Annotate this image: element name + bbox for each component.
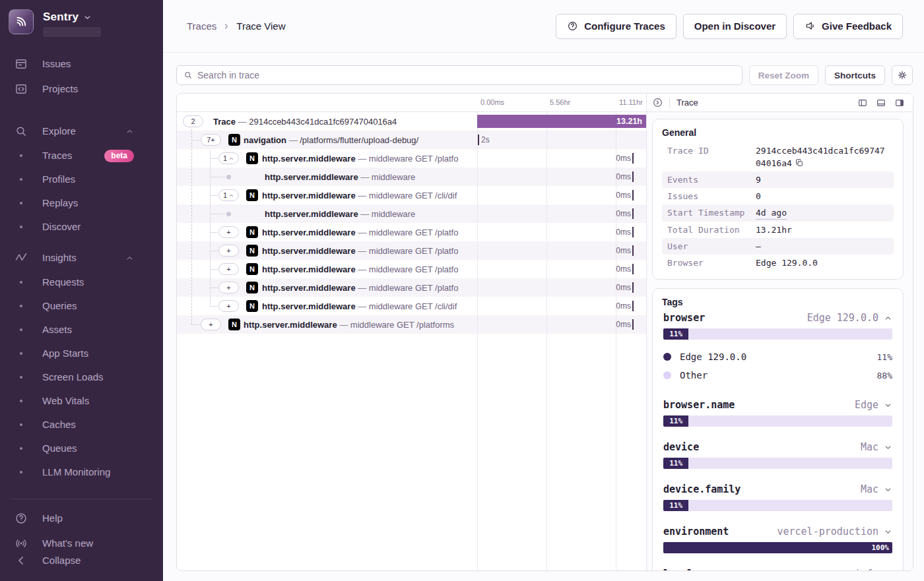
sidebar-item-assets[interactable]: Assets — [0, 318, 163, 342]
trace-row[interactable]: +Nhttp.server.middleware — middleware GE… — [177, 223, 646, 241]
settings-button[interactable] — [892, 65, 913, 85]
question-circle-icon — [567, 20, 578, 32]
tag-environment: environmentvercel-production 100% — [663, 526, 892, 553]
expand-chip[interactable]: + — [218, 282, 239, 293]
trace-row[interactable]: http.server.middleware — middleware0ms — [177, 204, 646, 223]
general-row-total-duration: Total Duration13.21hr — [662, 222, 894, 238]
tag-header-browser[interactable]: browserEdge 129.0.0 — [663, 312, 892, 324]
sidebar-item-profiles[interactable]: Profiles — [0, 168, 163, 191]
span-bar — [632, 245, 634, 256]
tag-distribution-bar: 11% — [663, 458, 892, 469]
general-row-start-timestamp: Start Timestamp4d ago — [662, 204, 894, 222]
sidebar-item-discover[interactable]: Discover — [0, 215, 163, 239]
configure-traces-button[interactable]: Configure Traces — [556, 14, 676, 39]
trace-tree-pane: 0.00ms 5.56hr 11.11hr 2Trace — 2914cceb4… — [177, 94, 646, 570]
trace-row[interactable]: +Nhttp.server.middleware — middleware GE… — [177, 260, 646, 278]
insights-icon — [15, 251, 28, 264]
projects-icon — [15, 82, 28, 96]
tag-header-level[interactable]: levelinfo — [663, 568, 892, 570]
trace-row[interactable]: 2Trace — 2914cceb443c41dca1fc6974704016a… — [177, 112, 646, 131]
tag-distribution-bar: 11% — [663, 415, 892, 427]
trace-row[interactable]: 1Nhttp.server.middleware — middleware GE… — [177, 186, 646, 204]
org-switcher[interactable]: Sentry — [0, 0, 163, 37]
chevron-up — [125, 127, 134, 136]
collapse-label: Collapse — [42, 553, 81, 568]
sidebar-item-app-starts[interactable]: App Starts — [0, 342, 163, 365]
expand-chip[interactable]: 2 — [183, 115, 203, 127]
span-bar — [478, 135, 479, 145]
sidebar-item-replays[interactable]: Replays — [0, 191, 163, 215]
trace-row[interactable]: +Nhttp.server.middleware — middleware GE… — [177, 241, 646, 260]
expand-chip[interactable]: 7+ — [201, 134, 221, 146]
topbar-actions: Configure TracesOpen in DiscoverGive Fee… — [556, 14, 903, 39]
expand-chip[interactable]: + — [218, 245, 239, 257]
sentry-logo-icon — [9, 9, 34, 34]
general-row-events: Events9 — [662, 171, 894, 188]
sidebar-item-requests[interactable]: Requests — [0, 270, 163, 294]
sidebar-item-llm-monitoring[interactable]: LLM Monitoring — [0, 460, 163, 484]
sidebar-item-screen-loads[interactable]: Screen Loads — [0, 365, 163, 389]
chevron-up-icon — [228, 156, 234, 162]
copy-icon[interactable] — [795, 158, 804, 168]
tag-header-device[interactable]: deviceMac — [663, 441, 892, 453]
expand-chip[interactable]: + — [218, 263, 239, 275]
org-name: Sentry — [43, 11, 79, 24]
general-card: General Trace ID2914cceb443c41dca1fc6974… — [652, 119, 904, 280]
issues-icon — [15, 57, 28, 71]
expand-chip[interactable]: + — [218, 226, 239, 238]
nextjs-icon: N — [246, 189, 258, 201]
panel-right-icon[interactable] — [894, 98, 905, 108]
tag-header-environment[interactable]: environmentvercel-production — [663, 526, 892, 537]
sidebar-item-queues[interactable]: Queues — [0, 437, 163, 460]
reset-zoom-button[interactable]: Reset Zoom — [749, 65, 818, 85]
sidebar-item-queries[interactable]: Queries — [0, 294, 163, 318]
trace-row[interactable]: +Nhttp.server.middleware — middleware GE… — [177, 315, 646, 334]
trace-row[interactable]: 7+Nnavigation — /platforms/flutter/uploa… — [177, 131, 646, 149]
layout-switcher — [857, 98, 905, 108]
tag-header-browser-name[interactable]: browser.nameEdge — [663, 399, 892, 411]
breadcrumb: Traces Trace View — [187, 20, 286, 32]
trace-toolbar: Reset Zoom Shortcuts — [163, 53, 924, 93]
tick-label: 0.00ms — [480, 98, 504, 106]
sidebar-item-caches[interactable]: Caches — [0, 413, 163, 437]
details-body: General Trace ID2914cceb443c41dca1fc6974… — [647, 112, 913, 570]
shortcuts-button[interactable]: Shortcuts — [825, 65, 885, 85]
search-input[interactable] — [197, 70, 735, 80]
chevron-left-icon — [15, 554, 28, 567]
expand-chip[interactable]: 1 — [218, 152, 239, 164]
sidebar-section-explore[interactable]: Explore — [0, 119, 163, 144]
tag-browser-name: browser.nameEdge 11% — [663, 399, 892, 427]
sidebar-item-traces[interactable]: Tracesbeta — [0, 144, 163, 168]
open-in-discover-button[interactable]: Open in Discover — [683, 14, 787, 39]
expand-chip[interactable]: 1 — [218, 189, 239, 201]
trace-waterfall-container: 0.00ms 5.56hr 11.11hr 2Trace — 2914cceb4… — [176, 93, 913, 571]
panel-left-icon[interactable] — [857, 98, 868, 108]
nextjs-icon: N — [246, 282, 258, 293]
tag-device: deviceMac 11% — [663, 441, 892, 469]
chevron-right-circle-icon[interactable] — [652, 97, 663, 108]
sidebar-item-issues[interactable]: Issues — [0, 51, 163, 76]
legend-dot — [663, 371, 671, 379]
sidebar-item-help[interactable]: Help — [11, 506, 152, 531]
tag-header-device-family[interactable]: device.familyMac — [663, 483, 892, 495]
panel-bottom-icon[interactable] — [876, 98, 886, 108]
sidebar: Sentry IssuesProjectsExploreTracesbetaPr… — [0, 0, 163, 581]
sidebar-item-projects[interactable]: Projects — [0, 76, 163, 102]
sidebar-item-web-vitals[interactable]: Web Vitals — [0, 389, 163, 413]
trace-rows: 2Trace — 2914cceb443c41dca1fc6974704016a… — [177, 112, 646, 334]
expand-chip[interactable]: + — [218, 300, 239, 312]
trace-row[interactable]: +Nhttp.server.middleware — middleware GE… — [177, 278, 646, 297]
trace-row[interactable]: 1Nhttp.server.middleware — middleware GE… — [177, 149, 646, 168]
breadcrumb-traces[interactable]: Traces — [187, 20, 216, 32]
expand-chip[interactable]: + — [201, 319, 221, 330]
span-bar — [632, 227, 634, 237]
nextjs-icon: N — [246, 226, 258, 238]
legend-dot — [663, 353, 671, 361]
trace-row[interactable]: http.server.middleware — middleware0ms — [177, 168, 646, 186]
tag-browser: browserEdge 129.0.0 11% Edge 129.0.011%O… — [663, 312, 892, 384]
collapse-button[interactable]: Collapse — [0, 548, 163, 573]
search-icon — [15, 125, 28, 138]
trace-row[interactable]: +Nhttp.server.middleware — middleware GE… — [177, 297, 646, 315]
sidebar-section-insights[interactable]: Insights — [0, 245, 163, 270]
give-feedback-button[interactable]: Give Feedback — [793, 14, 903, 39]
